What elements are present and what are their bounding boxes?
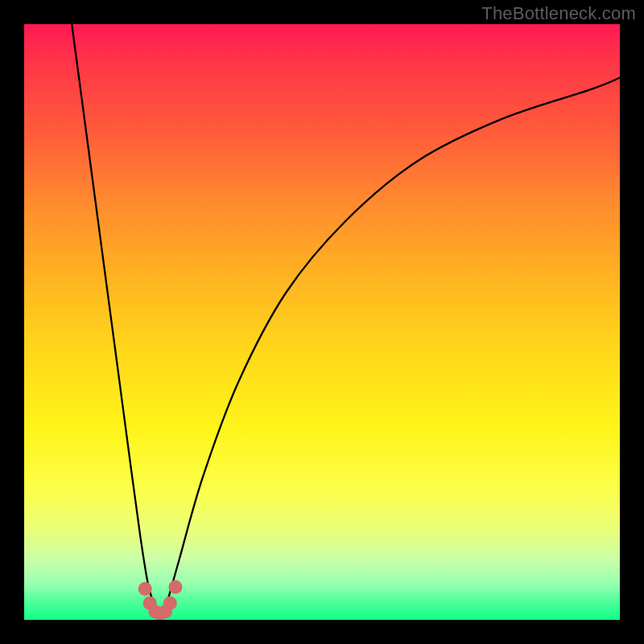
chart-frame: TheBottleneck.com	[0, 0, 644, 644]
valley-marker-dot	[163, 597, 177, 610]
valley-marker-dot	[138, 582, 152, 596]
curve-right-branch	[160, 78, 620, 620]
curve-left-branch	[72, 24, 160, 620]
attribution-text: TheBottleneck.com	[481, 3, 636, 24]
curves-svg	[24, 24, 620, 620]
valley-markers	[138, 580, 183, 620]
valley-marker-dot	[168, 580, 182, 594]
plot-area	[24, 24, 620, 620]
